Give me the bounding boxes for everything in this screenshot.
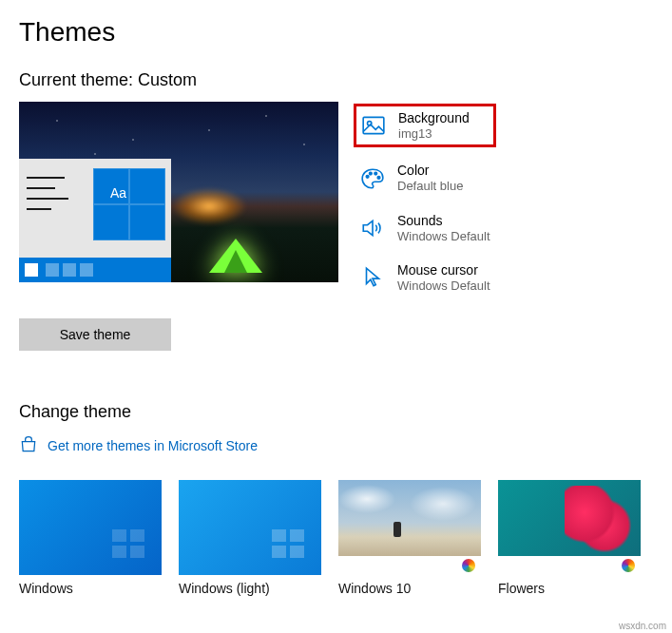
- theme-card-windows-10[interactable]: Windows 10: [338, 480, 481, 596]
- svg-point-4: [374, 172, 377, 175]
- accent-badge: [338, 556, 481, 575]
- setting-background-label: Background: [398, 110, 470, 126]
- setting-color-value: Default blue: [397, 179, 463, 194]
- setting-sounds[interactable]: Sounds Windows Default: [354, 209, 496, 247]
- svg-point-5: [377, 176, 380, 179]
- preview-sample-text: Aa: [110, 185, 126, 201]
- theme-name: Flowers: [498, 581, 641, 596]
- palette-dot-icon: [462, 559, 475, 572]
- preview-tent: [209, 239, 262, 273]
- theme-card-windows-light[interactable]: Windows (light): [179, 480, 321, 596]
- svg-rect-0: [363, 118, 384, 134]
- change-theme-section: Change theme Get more themes in Microsof…: [19, 402, 653, 596]
- theme-preview: Aa: [19, 102, 338, 282]
- theme-grid: Windows Windows (light) Windows 10 Flowe…: [19, 480, 653, 596]
- picture-icon: [360, 112, 387, 139]
- preview-taskbar: [19, 258, 171, 282]
- theme-settings-list: Background img13 Color Default blue Soun…: [354, 102, 496, 297]
- setting-color-label: Color: [397, 163, 463, 179]
- palette-icon: [359, 165, 386, 192]
- setting-background-value: img13: [398, 126, 470, 142]
- setting-background[interactable]: Background img13: [354, 104, 496, 147]
- setting-sounds-value: Windows Default: [397, 229, 490, 244]
- setting-color[interactable]: Color Default blue: [354, 159, 496, 197]
- accent-badge: [498, 556, 641, 575]
- store-icon: [19, 435, 38, 457]
- preview-window-mock: Aa: [19, 159, 171, 282]
- theme-thumb: [179, 480, 321, 575]
- cursor-icon: [359, 264, 386, 291]
- theme-name: Windows 10: [338, 581, 481, 596]
- current-theme-row: Aa Background img13 Color Default blue: [19, 102, 653, 297]
- theme-name: Windows: [19, 581, 162, 596]
- theme-thumb: [19, 480, 162, 575]
- theme-card-windows[interactable]: Windows: [19, 480, 162, 596]
- palette-dot-icon: [622, 559, 635, 572]
- store-link-label: Get more themes in Microsoft Store: [48, 438, 258, 453]
- svg-point-2: [366, 175, 369, 178]
- setting-sounds-label: Sounds: [397, 213, 490, 229]
- theme-name: Windows (light): [179, 581, 321, 596]
- theme-thumb: [338, 480, 481, 575]
- page-title: Themes: [19, 17, 653, 48]
- setting-cursor[interactable]: Mouse cursor Windows Default: [354, 259, 496, 297]
- setting-cursor-value: Windows Default: [397, 278, 490, 294]
- preview-tiles: [93, 168, 165, 240]
- speaker-icon: [359, 215, 386, 241]
- preview-text-lines: [27, 168, 84, 219]
- setting-cursor-label: Mouse cursor: [397, 262, 490, 278]
- svg-point-3: [370, 172, 373, 175]
- theme-card-flowers[interactable]: Flowers wsxdn.com: [498, 480, 641, 596]
- theme-thumb: [498, 480, 641, 575]
- save-theme-button[interactable]: Save theme: [19, 318, 171, 351]
- preview-glow: [171, 187, 247, 225]
- store-link[interactable]: Get more themes in Microsoft Store: [19, 435, 653, 457]
- current-theme-heading: Current theme: Custom: [19, 70, 653, 90]
- change-theme-heading: Change theme: [19, 402, 653, 422]
